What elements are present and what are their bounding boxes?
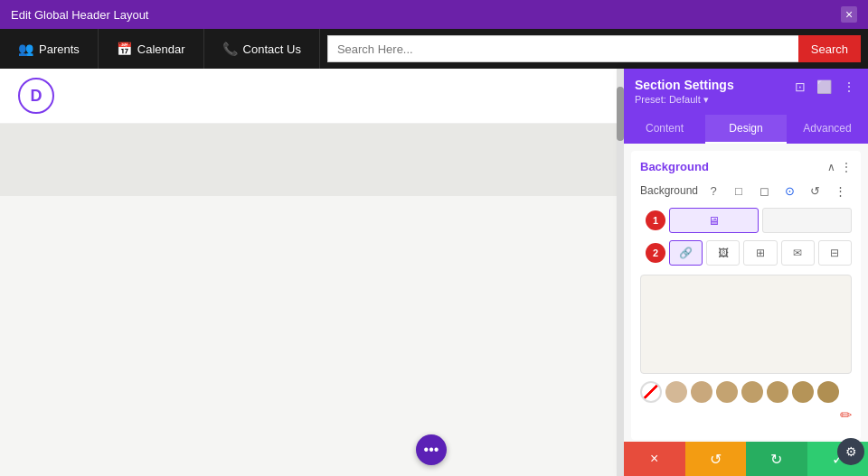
panel-body: Background ∧ ⋮ Background ? □ ◻ ⊙ ↺: [624, 144, 868, 442]
settings-panel: Section Settings Preset: Default ▾ ⊡ ⬜ ⋮…: [624, 69, 868, 476]
device-desktop-btn[interactable]: 🖥: [669, 208, 759, 233]
edit-swatch-icon[interactable]: ✏: [840, 406, 852, 424]
swatch-5[interactable]: [767, 381, 788, 403]
swatch-4[interactable]: [741, 381, 763, 403]
bg-help-icon[interactable]: ?: [703, 181, 723, 201]
search-container: Search: [320, 35, 868, 62]
img-type-pattern-btn[interactable]: ✉: [781, 240, 815, 266]
nav-contact-label: Contact Us: [243, 42, 301, 56]
swatch-2[interactable]: [691, 381, 712, 403]
tab-design[interactable]: Design: [705, 115, 787, 144]
section-menu-icon[interactable]: ⋮: [841, 161, 852, 173]
img-type-color-btn[interactable]: 🔗: [669, 240, 703, 266]
cancel-button[interactable]: ×: [624, 442, 685, 476]
action-bar: × ↺ ↻ ✓: [624, 442, 868, 476]
panel-tabs: Content Design Advanced: [624, 115, 868, 144]
title-bar-text: Edit Global Header Layout: [11, 8, 148, 22]
panel-header-icons: ⊡ ⬜ ⋮: [793, 78, 857, 96]
swatch-1[interactable]: [665, 381, 687, 403]
float-gear-button[interactable]: ⚙: [837, 438, 864, 465]
step2-row: 2 🔗 🖼 ⊞ ✉ ⊟: [653, 240, 852, 266]
search-input[interactable]: [327, 35, 798, 62]
bg-section-title: Background: [640, 160, 709, 173]
contact-icon: 📞: [222, 42, 238, 56]
nav-contact[interactable]: 📞 Contact Us: [204, 29, 320, 69]
step2-badge: 2: [646, 243, 665, 263]
device-tablet-btn[interactable]: [762, 208, 852, 233]
page-content: D Services ∨ Blog Contact Section Settin…: [0, 69, 868, 476]
img-type-gradient-btn[interactable]: ⊞: [743, 240, 777, 266]
img-type-row: 🔗 🖼 ⊞ ✉ ⊟: [669, 240, 852, 266]
swatch-disabled[interactable]: [640, 381, 662, 403]
undo-button[interactable]: ↺: [685, 442, 747, 476]
device-row: 🖥: [669, 208, 852, 233]
bg-row-icons: □ ◻ ⊙ ↺ ⋮: [729, 181, 850, 201]
bg-square-icon[interactable]: □: [729, 181, 749, 201]
nav-calendar-label: Calendar: [137, 42, 185, 56]
tab-content[interactable]: Content: [624, 115, 705, 144]
panel-header: Section Settings Preset: Default ▾ ⊡ ⬜ ⋮: [624, 69, 868, 115]
calendar-icon: 📅: [117, 42, 132, 56]
scrollbar-track: [617, 69, 624, 476]
bg-circle-icon[interactable]: ⊙: [779, 181, 799, 201]
parents-icon: 👥: [18, 42, 33, 56]
swatch-6[interactable]: [792, 381, 814, 403]
float-menu-button[interactable]: •••: [416, 434, 447, 465]
color-preview: [640, 275, 852, 374]
step1-row: 1 🖥: [653, 208, 852, 233]
scrollbar-thumb[interactable]: [617, 87, 624, 141]
bg-square2-icon[interactable]: ◻: [754, 181, 774, 201]
background-section: Background ∧ ⋮ Background ? □ ◻ ⊙ ↺: [631, 151, 861, 440]
redo-button[interactable]: ↻: [746, 442, 807, 476]
nav-calendar[interactable]: 📅 Calendar: [99, 29, 204, 69]
search-button[interactable]: Search: [798, 35, 861, 62]
bg-menu-icon[interactable]: ⋮: [830, 181, 850, 201]
panel-more-button[interactable]: ⋮: [841, 78, 857, 96]
bg-label: Background: [640, 184, 698, 197]
panel-title-group: Section Settings Preset: Default ▾: [635, 78, 734, 106]
img-type-image-btn[interactable]: 🖼: [706, 240, 740, 266]
nav-parents[interactable]: 👥 Parents: [0, 29, 99, 69]
panel-fullscreen-button[interactable]: ⊡: [793, 78, 807, 96]
site-logo: D: [18, 78, 54, 114]
bg-section-controls: ∧ ⋮: [827, 161, 852, 173]
swatch-7[interactable]: [817, 381, 839, 403]
panel-preset[interactable]: Preset: Default ▾: [635, 94, 734, 106]
panel-title: Section Settings: [635, 78, 734, 92]
img-type-video-btn[interactable]: ⊟: [818, 240, 852, 266]
nav-parents-label: Parents: [39, 42, 80, 56]
color-swatches: ✏: [640, 381, 852, 424]
panel-split-button[interactable]: ⬜: [815, 78, 834, 96]
tab-advanced[interactable]: Advanced: [787, 115, 868, 144]
bg-reset-icon[interactable]: ↺: [805, 181, 825, 201]
close-button[interactable]: ×: [841, 6, 857, 23]
bg-label-row: Background ? □ ◻ ⊙ ↺ ⋮: [640, 181, 852, 201]
nav-bar: 👥 Parents 📅 Calendar 📞 Contact Us Search: [0, 29, 868, 69]
swatch-3[interactable]: [716, 381, 738, 403]
collapse-icon[interactable]: ∧: [827, 161, 835, 173]
bg-section-header: Background ∧ ⋮: [640, 160, 852, 173]
step1-badge: 1: [646, 210, 665, 230]
title-bar: Edit Global Header Layout ×: [0, 0, 868, 29]
